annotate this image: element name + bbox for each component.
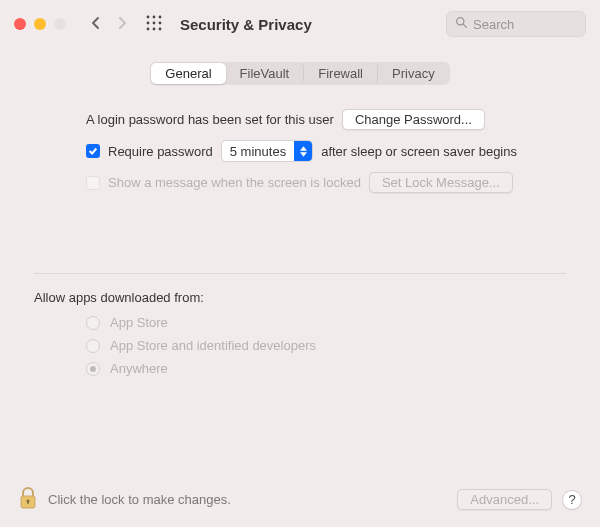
tab-privacy[interactable]: Privacy bbox=[378, 63, 449, 84]
tab-firewall[interactable]: Firewall bbox=[304, 63, 378, 84]
require-password-delay-select[interactable]: 5 minutes bbox=[221, 140, 313, 162]
titlebar: Security & Privacy bbox=[0, 0, 600, 48]
search-input[interactable] bbox=[473, 17, 577, 32]
minimize-window-button[interactable] bbox=[34, 18, 46, 30]
search-field[interactable] bbox=[446, 11, 586, 37]
svg-point-7 bbox=[153, 27, 156, 30]
delay-value: 5 minutes bbox=[222, 144, 294, 159]
allow-app-store-radio bbox=[86, 316, 100, 330]
allow-identified-label: App Store and identified developers bbox=[110, 338, 316, 353]
svg-point-3 bbox=[147, 21, 150, 24]
require-password-label: Require password bbox=[108, 144, 213, 159]
divider bbox=[34, 273, 566, 274]
show-all-icon[interactable] bbox=[146, 15, 162, 34]
set-lock-message-button: Set Lock Message... bbox=[369, 172, 513, 193]
tab-bar: General FileVault Firewall Privacy bbox=[150, 62, 449, 85]
allow-identified-radio bbox=[86, 339, 100, 353]
tab-general[interactable]: General bbox=[151, 63, 225, 84]
forward-button[interactable] bbox=[116, 16, 128, 33]
svg-point-8 bbox=[159, 27, 162, 30]
maximize-window-button bbox=[54, 18, 66, 30]
advanced-button[interactable]: Advanced... bbox=[457, 489, 552, 510]
downloads-section-label: Allow apps downloaded from: bbox=[34, 290, 566, 305]
allow-identified-row: App Store and identified developers bbox=[34, 338, 566, 353]
check-icon bbox=[88, 146, 98, 156]
lock-icon[interactable] bbox=[18, 486, 38, 513]
show-message-label: Show a message when the screen is locked bbox=[108, 175, 361, 190]
window-title: Security & Privacy bbox=[180, 16, 312, 33]
require-password-suffix: after sleep or screen saver begins bbox=[321, 144, 517, 159]
help-button[interactable]: ? bbox=[562, 490, 582, 510]
show-message-row: Show a message when the screen is locked… bbox=[34, 172, 566, 193]
allow-anywhere-label: Anywhere bbox=[110, 361, 168, 376]
require-password-row: Require password 5 minutes after sleep o… bbox=[34, 140, 566, 162]
nav-arrows bbox=[90, 16, 128, 33]
back-button[interactable] bbox=[90, 16, 102, 33]
lock-text: Click the lock to make changes. bbox=[48, 492, 231, 507]
allow-app-store-row: App Store bbox=[34, 315, 566, 330]
tab-filevault[interactable]: FileVault bbox=[226, 63, 305, 84]
footer: Click the lock to make changes. Advanced… bbox=[0, 474, 600, 527]
svg-point-0 bbox=[147, 15, 150, 18]
require-password-checkbox[interactable] bbox=[86, 144, 100, 158]
svg-point-1 bbox=[153, 15, 156, 18]
show-message-checkbox bbox=[86, 176, 100, 190]
svg-point-6 bbox=[147, 27, 150, 30]
close-window-button[interactable] bbox=[14, 18, 26, 30]
change-password-button[interactable]: Change Password... bbox=[342, 109, 485, 130]
svg-point-2 bbox=[159, 15, 162, 18]
select-stepper-icon bbox=[294, 141, 312, 161]
content-pane: A login password has been set for this u… bbox=[0, 85, 600, 376]
allow-app-store-label: App Store bbox=[110, 315, 168, 330]
allow-anywhere-radio bbox=[86, 362, 100, 376]
window-controls bbox=[14, 18, 66, 30]
allow-anywhere-row: Anywhere bbox=[34, 361, 566, 376]
login-password-row: A login password has been set for this u… bbox=[34, 109, 566, 130]
search-icon bbox=[455, 16, 473, 32]
login-password-text: A login password has been set for this u… bbox=[86, 112, 334, 127]
svg-line-10 bbox=[463, 24, 466, 27]
svg-point-5 bbox=[159, 21, 162, 24]
svg-rect-13 bbox=[27, 501, 28, 504]
tabs-container: General FileVault Firewall Privacy bbox=[0, 62, 600, 85]
svg-point-4 bbox=[153, 21, 156, 24]
